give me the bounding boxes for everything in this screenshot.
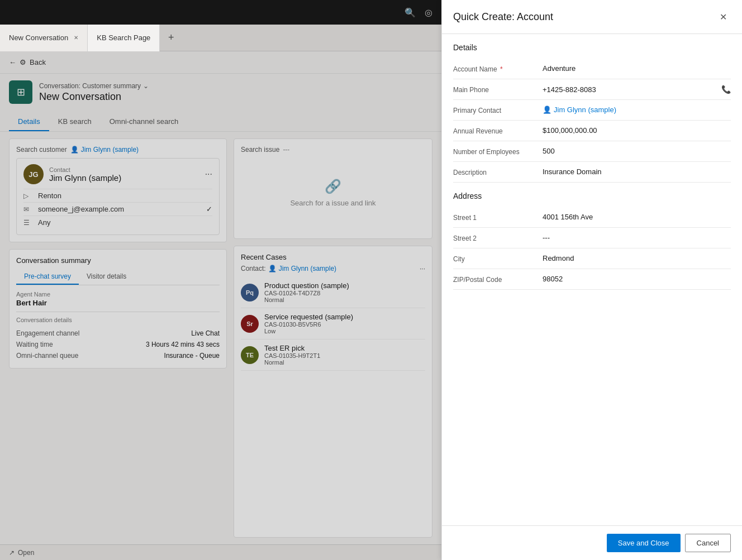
- summary-divider: [16, 312, 220, 312]
- zip-label: ZIP/Postal Code: [453, 275, 543, 284]
- save-and-close-button[interactable]: Save and Close: [607, 534, 681, 552]
- search-icon[interactable]: 🔍: [405, 7, 416, 18]
- back-button[interactable]: ← ⚙ Back: [9, 58, 46, 66]
- street1-field: Street 1 4001 156th Ave: [453, 207, 731, 228]
- status-icon: ↗: [9, 549, 15, 557]
- main-phone-label: Main Phone: [453, 85, 543, 94]
- description-field: Description Insurance Domain: [453, 162, 731, 183]
- address-section-title: Address: [453, 192, 731, 200]
- contact-city-row: ▷ Renton: [23, 189, 212, 202]
- quick-create-body: Details Account Name * Adventure Main Ph…: [442, 34, 742, 525]
- tab-kb-search-page[interactable]: KB Search Page: [88, 25, 160, 51]
- agent-name-value: Bert Hair: [16, 299, 220, 307]
- main-phone-value[interactable]: +1425-882-8083: [543, 85, 717, 94]
- case-item-3[interactable]: TE Test ER pick CAS-01035-H9T2T1 Normal: [241, 339, 425, 371]
- tab-new-conversation-close[interactable]: ✕: [74, 35, 78, 41]
- avatar-icon: ⊞: [17, 86, 25, 98]
- zip-value[interactable]: 98052: [543, 275, 731, 283]
- main-phone-row: +1425-882-8083 📞: [543, 85, 731, 94]
- summary-tabs: Pre-chat survey Visitor details: [16, 269, 220, 285]
- account-name-value[interactable]: Adventure: [543, 64, 731, 73]
- conversation-avatar: ⊞: [9, 80, 32, 104]
- quick-create-close-button[interactable]: ✕: [715, 9, 731, 25]
- employees-value[interactable]: 500: [543, 147, 731, 155]
- phone-call-icon[interactable]: 📞: [721, 85, 731, 94]
- cancel-button[interactable]: Cancel: [685, 534, 731, 552]
- summary-tab-prechat[interactable]: Pre-chat survey: [16, 269, 79, 285]
- link-icon: 🔗: [325, 179, 341, 194]
- engagement-channel-row: Engagement channel Live Chat: [16, 328, 220, 339]
- street1-label: Street 1: [453, 213, 543, 222]
- details-section-title: Details: [453, 43, 731, 52]
- recent-cases-contact-link[interactable]: 👤 Jim Glynn (sample): [268, 265, 336, 272]
- city-field: City Redmond: [453, 248, 731, 269]
- contact-queue-row: ☰ Any: [23, 216, 212, 229]
- status-text: Open: [18, 549, 34, 557]
- search-issue-card: Search issue --- 🔗 Search for a issue an…: [234, 138, 432, 239]
- status-bar: ↗ Open: [0, 544, 441, 560]
- search-customer-label: Search customer: [16, 146, 67, 154]
- case-info-2: Service requested (sample) CAS-01030-B5V…: [264, 313, 353, 334]
- case-avatar-2: Sr: [241, 315, 259, 333]
- tab-bar: New Conversation ✕ KB Search Page +: [0, 25, 441, 51]
- tab-kb-search[interactable]: KB search: [49, 113, 101, 131]
- street2-label: Street 2: [453, 233, 543, 242]
- summary-tab-visitor[interactable]: Visitor details: [79, 269, 134, 285]
- tab-add-button[interactable]: +: [160, 25, 182, 51]
- quick-create-panel: Quick Create: Account ✕ Details Account …: [441, 0, 742, 560]
- annual-revenue-value[interactable]: $100,000,000.00: [543, 126, 731, 135]
- contact-link-icon: 👤: [543, 106, 551, 114]
- summary-title: Conversation summary: [16, 256, 220, 265]
- case-item-2[interactable]: Sr Service requested (sample) CAS-01030-…: [241, 308, 425, 339]
- back-bar: ← ⚙ Back: [0, 51, 441, 74]
- tab-kb-search-page-label: KB Search Page: [97, 33, 150, 42]
- chevron-down-icon[interactable]: ⌄: [143, 82, 149, 90]
- employees-field: Number of Employees 500: [453, 141, 731, 162]
- main-content: Search customer 👤 Jim Glynn (sample) JG …: [0, 132, 441, 544]
- contact-icon-small: 👤: [268, 265, 277, 272]
- street2-value[interactable]: ---: [543, 233, 731, 242]
- search-issue-label: Search issue: [241, 146, 279, 154]
- tab-details[interactable]: Details: [9, 113, 49, 131]
- primary-contact-field: Primary Contact 👤 Jim Glynn (sample): [453, 100, 731, 121]
- back-label: Back: [30, 58, 46, 66]
- primary-contact-value[interactable]: 👤 Jim Glynn (sample): [543, 106, 731, 114]
- location-icon: ▷: [23, 192, 34, 200]
- left-column: Search customer 👤 Jim Glynn (sample) JG …: [9, 138, 227, 538]
- conversation-title-area: Conversation: Customer summary ⌄ New Con…: [39, 82, 149, 103]
- city-value[interactable]: Redmond: [543, 254, 731, 262]
- contact-full-name: Jim Glynn (sample): [49, 173, 121, 183]
- agent-name-field: Agent Name Bert Hair: [16, 291, 220, 307]
- settings-icon[interactable]: ◎: [425, 7, 432, 18]
- right-column: Search issue --- 🔗 Search for a issue an…: [234, 138, 432, 538]
- contact-options-button[interactable]: ···: [205, 169, 212, 179]
- case-item-1[interactable]: Pq Product question (sample) CAS-01024-T…: [241, 277, 425, 308]
- contact-email-row: ✉ someone_j@example.com ✓: [23, 202, 212, 216]
- quick-create-title: Quick Create: Account: [453, 11, 553, 23]
- city-label: City: [453, 254, 543, 263]
- annual-revenue-field: Annual Revenue $100,000,000.00: [453, 121, 731, 141]
- omni-channel-queue-row: Omni-channel queue Insurance - Queue: [16, 350, 220, 361]
- case-avatar-3: TE: [241, 346, 259, 364]
- contact-info: Contact Jim Glynn (sample): [49, 166, 121, 183]
- conversation-subtitle: Conversation: Customer summary ⌄: [39, 82, 149, 90]
- verify-icon: ✓: [206, 205, 212, 213]
- queue-icon: ☰: [23, 219, 34, 227]
- tab-omni-channel-search[interactable]: Omni-channel search: [101, 113, 188, 131]
- case-info-3: Test ER pick CAS-01035-H9T2T1 Normal: [264, 344, 320, 366]
- customer-card: Search customer 👤 Jim Glynn (sample) JG …: [9, 138, 227, 242]
- customer-link[interactable]: 👤 Jim Glynn (sample): [70, 146, 139, 154]
- contact-label: Contact: [49, 166, 121, 173]
- zip-field: ZIP/Postal Code 98052: [453, 269, 731, 290]
- recent-cases-card: Recent Cases Contact: 👤 Jim Glynn (sampl…: [234, 246, 432, 538]
- contact-header: JG Contact Jim Glynn (sample) ···: [23, 164, 212, 184]
- street1-value[interactable]: 4001 156th Ave: [543, 213, 731, 221]
- tab-new-conversation[interactable]: New Conversation ✕: [0, 25, 88, 51]
- contact-name-row: JG Contact Jim Glynn (sample): [23, 164, 121, 184]
- waiting-time-row: Waiting time 3 Hours 42 mins 43 secs: [16, 339, 220, 350]
- recent-cases-more-icon[interactable]: ···: [420, 265, 425, 272]
- case-info-1: Product question (sample) CAS-01024-T4D7…: [264, 281, 349, 303]
- main-phone-field: Main Phone +1425-882-8083 📞: [453, 79, 731, 100]
- description-value[interactable]: Insurance Domain: [543, 167, 731, 176]
- account-name-label: Account Name *: [453, 64, 543, 73]
